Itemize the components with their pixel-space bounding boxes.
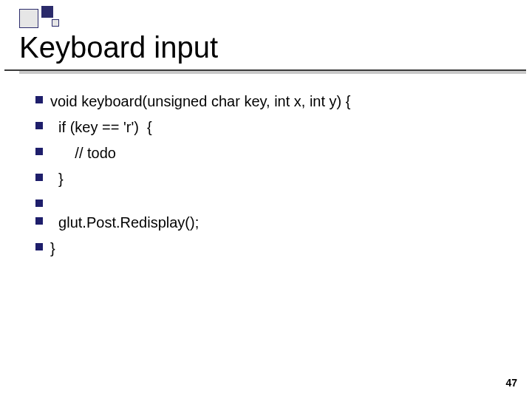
list-item: // todo [35,143,502,163]
code-line: } [50,239,55,259]
square-bullet-icon [35,200,43,207]
square-bullet-icon [35,148,43,155]
page-number: 47 [505,377,517,389]
code-line: // todo [50,143,116,163]
square-bullet-icon [35,96,43,103]
divider-line [4,69,526,71]
list-item: } [35,169,502,189]
slide: Keyboard input void keyboard(unsigned ch… [0,0,532,399]
square-bullet-icon [35,217,43,225]
bullet-list: void keyboard(unsigned char key, int x, … [35,92,502,265]
square-bullet-icon [35,122,43,129]
list-item: glut.Post.Redisplay(); [35,213,502,233]
decorative-squares [19,6,62,31]
list-item [35,195,502,207]
decorative-square-icon [41,6,53,18]
decorative-square-icon [52,19,59,27]
square-bullet-icon [35,174,43,181]
code-line: void keyboard(unsigned char key, int x, … [50,92,351,112]
code-line: } [50,169,64,189]
decorative-square-icon [19,9,38,28]
list-item: void keyboard(unsigned char key, int x, … [35,92,502,112]
code-line: if (key == 'r') { [50,117,152,137]
code-line: glut.Post.Redisplay(); [50,213,199,233]
square-bullet-icon [35,243,43,250]
divider-shadow [19,71,526,74]
list-item: if (key == 'r') { [35,117,502,137]
page-title: Keyboard input [19,31,218,64]
list-item: } [35,239,502,259]
